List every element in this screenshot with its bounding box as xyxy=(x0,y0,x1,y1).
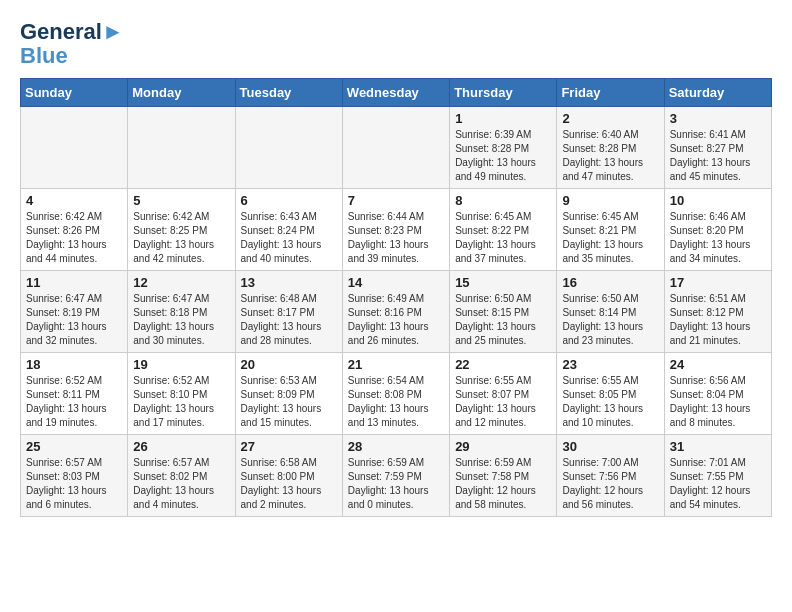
calendar-cell: 10Sunrise: 6:46 AMSunset: 8:20 PMDayligh… xyxy=(664,189,771,271)
day-number: 29 xyxy=(455,439,551,454)
day-info: Sunrise: 6:49 AMSunset: 8:16 PMDaylight:… xyxy=(348,292,444,348)
calendar-cell: 9Sunrise: 6:45 AMSunset: 8:21 PMDaylight… xyxy=(557,189,664,271)
day-info: Sunrise: 6:42 AMSunset: 8:26 PMDaylight:… xyxy=(26,210,122,266)
logo-text-blue: Blue xyxy=(20,44,124,68)
day-number: 3 xyxy=(670,111,766,126)
calendar-cell: 28Sunrise: 6:59 AMSunset: 7:59 PMDayligh… xyxy=(342,435,449,517)
day-info: Sunrise: 6:47 AMSunset: 8:18 PMDaylight:… xyxy=(133,292,229,348)
day-number: 19 xyxy=(133,357,229,372)
day-number: 17 xyxy=(670,275,766,290)
calendar-cell: 21Sunrise: 6:54 AMSunset: 8:08 PMDayligh… xyxy=(342,353,449,435)
weekday-header-wednesday: Wednesday xyxy=(342,79,449,107)
day-number: 20 xyxy=(241,357,337,372)
day-info: Sunrise: 6:52 AMSunset: 8:11 PMDaylight:… xyxy=(26,374,122,430)
day-info: Sunrise: 6:50 AMSunset: 8:14 PMDaylight:… xyxy=(562,292,658,348)
day-info: Sunrise: 7:01 AMSunset: 7:55 PMDaylight:… xyxy=(670,456,766,512)
day-info: Sunrise: 6:57 AMSunset: 8:02 PMDaylight:… xyxy=(133,456,229,512)
calendar-cell xyxy=(128,107,235,189)
day-info: Sunrise: 6:40 AMSunset: 8:28 PMDaylight:… xyxy=(562,128,658,184)
calendar-cell: 8Sunrise: 6:45 AMSunset: 8:22 PMDaylight… xyxy=(450,189,557,271)
day-number: 4 xyxy=(26,193,122,208)
calendar-cell: 12Sunrise: 6:47 AMSunset: 8:18 PMDayligh… xyxy=(128,271,235,353)
day-number: 11 xyxy=(26,275,122,290)
calendar-cell: 22Sunrise: 6:55 AMSunset: 8:07 PMDayligh… xyxy=(450,353,557,435)
day-number: 27 xyxy=(241,439,337,454)
day-info: Sunrise: 6:48 AMSunset: 8:17 PMDaylight:… xyxy=(241,292,337,348)
day-number: 6 xyxy=(241,193,337,208)
calendar-cell: 26Sunrise: 6:57 AMSunset: 8:02 PMDayligh… xyxy=(128,435,235,517)
day-info: Sunrise: 6:46 AMSunset: 8:20 PMDaylight:… xyxy=(670,210,766,266)
day-number: 14 xyxy=(348,275,444,290)
week-row-4: 18Sunrise: 6:52 AMSunset: 8:11 PMDayligh… xyxy=(21,353,772,435)
day-number: 5 xyxy=(133,193,229,208)
calendar-cell: 7Sunrise: 6:44 AMSunset: 8:23 PMDaylight… xyxy=(342,189,449,271)
day-number: 23 xyxy=(562,357,658,372)
calendar-cell: 31Sunrise: 7:01 AMSunset: 7:55 PMDayligh… xyxy=(664,435,771,517)
weekday-header-thursday: Thursday xyxy=(450,79,557,107)
day-number: 12 xyxy=(133,275,229,290)
calendar-cell: 16Sunrise: 6:50 AMSunset: 8:14 PMDayligh… xyxy=(557,271,664,353)
calendar-cell: 1Sunrise: 6:39 AMSunset: 8:28 PMDaylight… xyxy=(450,107,557,189)
day-info: Sunrise: 6:57 AMSunset: 8:03 PMDaylight:… xyxy=(26,456,122,512)
day-info: Sunrise: 6:42 AMSunset: 8:25 PMDaylight:… xyxy=(133,210,229,266)
calendar-cell: 4Sunrise: 6:42 AMSunset: 8:26 PMDaylight… xyxy=(21,189,128,271)
calendar-cell: 25Sunrise: 6:57 AMSunset: 8:03 PMDayligh… xyxy=(21,435,128,517)
calendar-cell: 13Sunrise: 6:48 AMSunset: 8:17 PMDayligh… xyxy=(235,271,342,353)
calendar-cell: 24Sunrise: 6:56 AMSunset: 8:04 PMDayligh… xyxy=(664,353,771,435)
calendar-cell: 27Sunrise: 6:58 AMSunset: 8:00 PMDayligh… xyxy=(235,435,342,517)
calendar-cell: 23Sunrise: 6:55 AMSunset: 8:05 PMDayligh… xyxy=(557,353,664,435)
calendar-cell: 29Sunrise: 6:59 AMSunset: 7:58 PMDayligh… xyxy=(450,435,557,517)
calendar-cell: 18Sunrise: 6:52 AMSunset: 8:11 PMDayligh… xyxy=(21,353,128,435)
day-info: Sunrise: 6:56 AMSunset: 8:04 PMDaylight:… xyxy=(670,374,766,430)
calendar-cell: 6Sunrise: 6:43 AMSunset: 8:24 PMDaylight… xyxy=(235,189,342,271)
weekday-header-sunday: Sunday xyxy=(21,79,128,107)
day-number: 18 xyxy=(26,357,122,372)
week-row-3: 11Sunrise: 6:47 AMSunset: 8:19 PMDayligh… xyxy=(21,271,772,353)
day-number: 1 xyxy=(455,111,551,126)
day-info: Sunrise: 6:50 AMSunset: 8:15 PMDaylight:… xyxy=(455,292,551,348)
day-number: 15 xyxy=(455,275,551,290)
calendar-cell: 2Sunrise: 6:40 AMSunset: 8:28 PMDaylight… xyxy=(557,107,664,189)
day-info: Sunrise: 7:00 AMSunset: 7:56 PMDaylight:… xyxy=(562,456,658,512)
day-number: 7 xyxy=(348,193,444,208)
week-row-1: 1Sunrise: 6:39 AMSunset: 8:28 PMDaylight… xyxy=(21,107,772,189)
day-info: Sunrise: 6:55 AMSunset: 8:07 PMDaylight:… xyxy=(455,374,551,430)
day-info: Sunrise: 6:58 AMSunset: 8:00 PMDaylight:… xyxy=(241,456,337,512)
day-number: 8 xyxy=(455,193,551,208)
day-number: 16 xyxy=(562,275,658,290)
day-info: Sunrise: 6:47 AMSunset: 8:19 PMDaylight:… xyxy=(26,292,122,348)
day-info: Sunrise: 6:43 AMSunset: 8:24 PMDaylight:… xyxy=(241,210,337,266)
logo: General► Blue xyxy=(20,20,124,68)
day-number: 10 xyxy=(670,193,766,208)
day-info: Sunrise: 6:44 AMSunset: 8:23 PMDaylight:… xyxy=(348,210,444,266)
day-number: 9 xyxy=(562,193,658,208)
calendar-cell: 14Sunrise: 6:49 AMSunset: 8:16 PMDayligh… xyxy=(342,271,449,353)
calendar-cell: 5Sunrise: 6:42 AMSunset: 8:25 PMDaylight… xyxy=(128,189,235,271)
calendar-cell xyxy=(342,107,449,189)
day-info: Sunrise: 6:59 AMSunset: 7:58 PMDaylight:… xyxy=(455,456,551,512)
day-number: 31 xyxy=(670,439,766,454)
day-info: Sunrise: 6:53 AMSunset: 8:09 PMDaylight:… xyxy=(241,374,337,430)
day-info: Sunrise: 6:45 AMSunset: 8:22 PMDaylight:… xyxy=(455,210,551,266)
day-number: 30 xyxy=(562,439,658,454)
logo-text: General► xyxy=(20,20,124,44)
weekday-header-tuesday: Tuesday xyxy=(235,79,342,107)
day-info: Sunrise: 6:52 AMSunset: 8:10 PMDaylight:… xyxy=(133,374,229,430)
calendar-cell: 17Sunrise: 6:51 AMSunset: 8:12 PMDayligh… xyxy=(664,271,771,353)
day-info: Sunrise: 6:45 AMSunset: 8:21 PMDaylight:… xyxy=(562,210,658,266)
day-number: 13 xyxy=(241,275,337,290)
weekday-header-friday: Friday xyxy=(557,79,664,107)
day-info: Sunrise: 6:59 AMSunset: 7:59 PMDaylight:… xyxy=(348,456,444,512)
day-number: 26 xyxy=(133,439,229,454)
calendar-cell xyxy=(21,107,128,189)
calendar-cell: 15Sunrise: 6:50 AMSunset: 8:15 PMDayligh… xyxy=(450,271,557,353)
day-number: 22 xyxy=(455,357,551,372)
calendar-cell: 20Sunrise: 6:53 AMSunset: 8:09 PMDayligh… xyxy=(235,353,342,435)
day-info: Sunrise: 6:55 AMSunset: 8:05 PMDaylight:… xyxy=(562,374,658,430)
day-number: 24 xyxy=(670,357,766,372)
week-row-2: 4Sunrise: 6:42 AMSunset: 8:26 PMDaylight… xyxy=(21,189,772,271)
day-number: 2 xyxy=(562,111,658,126)
calendar-cell: 30Sunrise: 7:00 AMSunset: 7:56 PMDayligh… xyxy=(557,435,664,517)
day-number: 28 xyxy=(348,439,444,454)
calendar-cell: 19Sunrise: 6:52 AMSunset: 8:10 PMDayligh… xyxy=(128,353,235,435)
